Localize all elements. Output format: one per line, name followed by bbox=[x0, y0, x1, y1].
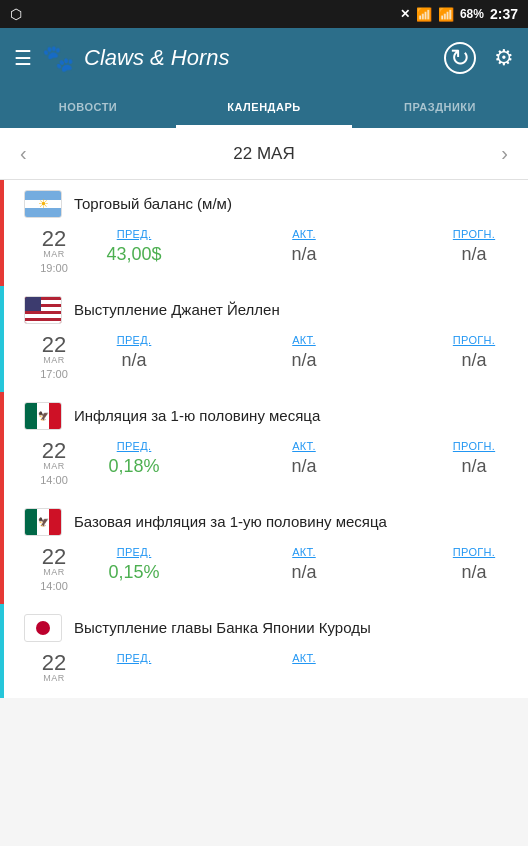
date-navigation: ‹ 22 МАЯ › bbox=[0, 128, 528, 180]
event-2-act-label: АКТ. bbox=[292, 334, 316, 346]
flag-mx-white: 🦅 bbox=[37, 403, 49, 429]
header-actions: ↻ ⚙ bbox=[444, 42, 514, 74]
event-1-act-label: АКТ. bbox=[292, 228, 316, 240]
refresh-icon[interactable]: ↻ bbox=[444, 42, 476, 74]
flag-usa bbox=[24, 296, 62, 324]
flag-jp-circle bbox=[36, 621, 50, 635]
sun-icon: ☀ bbox=[38, 198, 49, 210]
event-2-prog-label: ПРОГН. bbox=[453, 334, 495, 346]
event-2-day: 22 bbox=[42, 334, 66, 356]
event-4-prev-col: ПРЕД. 0,15% bbox=[94, 546, 174, 583]
flag-mx-white-4: 🦅 bbox=[37, 509, 49, 535]
event-1-values: ПРЕД. 43,00$ АКТ. n/a ПРОГН. n/a bbox=[84, 228, 514, 265]
event-4-prog-col: ПРОГН. n/a bbox=[434, 546, 514, 583]
prev-date-arrow[interactable]: ‹ bbox=[20, 142, 27, 165]
event-1-date: 22 MAR 19:00 bbox=[24, 228, 84, 274]
event-4-act-value: n/a bbox=[291, 562, 316, 583]
event-1-prog-label: ПРОГН. bbox=[453, 228, 495, 240]
event-1-day: 22 bbox=[42, 228, 66, 250]
flag-mexico-4: 🦅 bbox=[24, 508, 62, 536]
signal-bars-icon: 📶 bbox=[438, 7, 454, 22]
tab-holidays[interactable]: ПРАЗДНИКИ bbox=[352, 88, 528, 128]
event-1-prev-label: ПРЕД. bbox=[117, 228, 152, 240]
event-1-prev-col: ПРЕД. 43,00$ bbox=[94, 228, 174, 265]
event-3-prev-label: ПРЕД. bbox=[117, 440, 152, 452]
tab-news[interactable]: НОВОСТИ bbox=[0, 88, 176, 128]
event-1-prev-value: 43,00$ bbox=[106, 244, 161, 265]
flag-mx-red bbox=[49, 403, 61, 429]
header-left: ☰ 🐾 Claws & Horns bbox=[14, 43, 229, 74]
flag-mx-green bbox=[25, 403, 37, 429]
event-2-month: MAR bbox=[43, 356, 65, 366]
flag-argentina: ☀ bbox=[24, 190, 62, 218]
event-3-month: MAR bbox=[43, 462, 65, 472]
event-4-prog-label: ПРОГН. bbox=[453, 546, 495, 558]
event-4-time: 14:00 bbox=[40, 580, 68, 592]
event-2-data: 22 MAR 17:00 ПРЕД. n/a АКТ. n/a ПРОГН. n… bbox=[10, 330, 528, 392]
event-3-prog-col: ПРОГН. n/a bbox=[434, 440, 514, 477]
event-4-day: 22 bbox=[42, 546, 66, 568]
event-3-prog-value: n/a bbox=[461, 456, 486, 477]
event-3-act-col: АКТ. n/a bbox=[264, 440, 344, 477]
event-2-prog-col: ПРОГН. n/a bbox=[434, 334, 514, 371]
event-1-prog-col: ПРОГН. n/a bbox=[434, 228, 514, 265]
event-1-time: 19:00 bbox=[40, 262, 68, 274]
event-1-month: MAR bbox=[43, 250, 65, 260]
event-3-prev-value: 0,18% bbox=[108, 456, 159, 477]
app-logo-icon: 🐾 bbox=[42, 43, 74, 74]
next-date-arrow[interactable]: › bbox=[501, 142, 508, 165]
event-1-act-value: n/a bbox=[291, 244, 316, 265]
event-3-header: 🦅 Инфляция за 1-ю половину месяца bbox=[10, 392, 528, 436]
settings-icon[interactable]: ⚙ bbox=[494, 45, 514, 71]
event-4-data: 22 MAR 14:00 ПРЕД. 0,15% АКТ. n/a ПРОГН.… bbox=[10, 542, 528, 604]
event-3-act-label: АКТ. bbox=[292, 440, 316, 452]
event-5-day: 22 bbox=[42, 652, 66, 674]
event-item-5: Выступление главы Банка Японии Куроды 22… bbox=[0, 604, 528, 698]
event-item-3: 🦅 Инфляция за 1-ю половину месяца 22 MAR… bbox=[0, 392, 528, 498]
event-4-month: MAR bbox=[43, 568, 65, 578]
event-1-act-col: АКТ. n/a bbox=[264, 228, 344, 265]
tab-calendar[interactable]: КАЛЕНДАРЬ bbox=[176, 88, 352, 128]
event-2-title: Выступление Джанет Йеллен bbox=[74, 300, 514, 320]
event-5-prev-col: ПРЕД. bbox=[94, 652, 174, 668]
event-5-header: Выступление главы Банка Японии Куроды bbox=[10, 604, 528, 648]
event-item-4: 🦅 Базовая инфляция за 1-ую половину меся… bbox=[0, 498, 528, 604]
event-4-prev-label: ПРЕД. bbox=[117, 546, 152, 558]
flag-us-canton bbox=[25, 297, 41, 311]
event-2-prev-label: ПРЕД. bbox=[117, 334, 152, 346]
flag-mx-green-4 bbox=[25, 509, 37, 535]
event-3-title: Инфляция за 1-ю половину месяца bbox=[74, 406, 514, 426]
event-5-values: ПРЕД. АКТ. bbox=[84, 652, 514, 668]
event-4-prog-value: n/a bbox=[461, 562, 486, 583]
event-1-data: 22 MAR 19:00 ПРЕД. 43,00$ АКТ. n/a ПРОГН… bbox=[10, 224, 528, 286]
event-2-date: 22 MAR 17:00 bbox=[24, 334, 84, 380]
time-label: 2:37 bbox=[490, 6, 518, 22]
event-1-title: Торговый баланс (м/м) bbox=[74, 194, 514, 214]
event-2-time: 17:00 bbox=[40, 368, 68, 380]
app-header: ☰ 🐾 Claws & Horns ↻ ⚙ bbox=[0, 28, 528, 88]
flag-japan bbox=[24, 614, 62, 642]
tab-bar: НОВОСТИ КАЛЕНДАРЬ ПРАЗДНИКИ bbox=[0, 88, 528, 128]
main-content: ‹ 22 МАЯ › ☀ Торговый баланс (м/м) 22 MA… bbox=[0, 128, 528, 698]
event-5-prog-col bbox=[434, 652, 514, 668]
event-3-time: 14:00 bbox=[40, 474, 68, 486]
battery-label: 68% bbox=[460, 7, 484, 21]
event-5-act-label: АКТ. bbox=[292, 652, 316, 664]
event-item-1: ☀ Торговый баланс (м/м) 22 MAR 19:00 ПРЕ… bbox=[0, 180, 528, 286]
event-5-prev-label: ПРЕД. bbox=[117, 652, 152, 664]
event-2-act-col: АКТ. n/a bbox=[264, 334, 344, 371]
status-bar: ⬡ ✕ 📶 📶 68% 2:37 bbox=[0, 0, 528, 28]
status-bar-right: ✕ 📶 📶 68% 2:37 bbox=[400, 6, 518, 22]
event-2-act-value: n/a bbox=[291, 350, 316, 371]
event-1-prog-value: n/a bbox=[461, 244, 486, 265]
event-5-act-col: АКТ. bbox=[264, 652, 344, 668]
app-title: Claws & Horns bbox=[84, 45, 229, 71]
event-4-title: Базовая инфляция за 1-ую половину месяца bbox=[74, 512, 514, 532]
event-5-date: 22 MAR bbox=[24, 652, 84, 686]
event-item-2: Выступление Джанет Йеллен 22 MAR 17:00 П… bbox=[0, 286, 528, 392]
event-5-month: MAR bbox=[43, 674, 65, 684]
event-5-data: 22 MAR ПРЕД. АКТ. bbox=[10, 648, 528, 698]
hamburger-icon[interactable]: ☰ bbox=[14, 46, 32, 70]
event-2-header: Выступление Джанет Йеллен bbox=[10, 286, 528, 330]
event-4-header: 🦅 Базовая инфляция за 1-ую половину меся… bbox=[10, 498, 528, 542]
